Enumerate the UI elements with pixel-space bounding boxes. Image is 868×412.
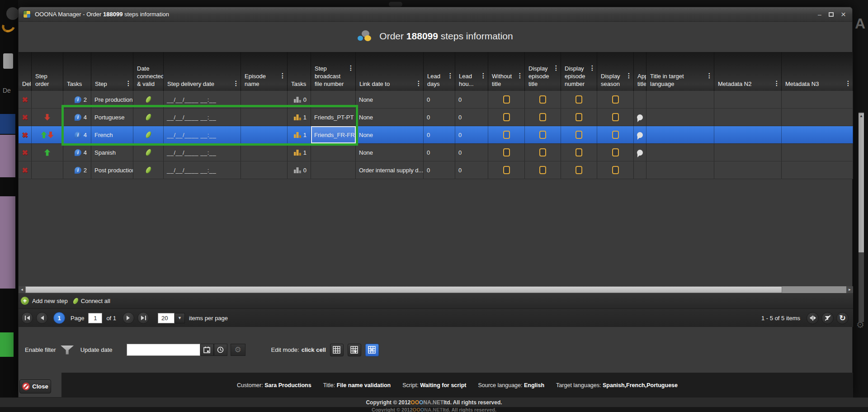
items-per-page-value[interactable]: 20 (158, 313, 175, 323)
clear-filter-button[interactable] (821, 312, 834, 324)
column-menu-icon[interactable]: ⋮ (774, 80, 780, 86)
column-header-disp_ep_num[interactable]: Display episode number⋮ (561, 52, 597, 91)
grid-row-post-production[interactable]: ✖i2Post production__/__/____ __:__0Order… (19, 161, 853, 179)
column-header-title_target[interactable]: Title in target language⋮ (646, 52, 714, 91)
column-header-link[interactable]: Link date to⋮ (356, 52, 424, 91)
cell-lead_days[interactable]: 0 (424, 109, 455, 126)
column-header-meta_n3[interactable]: Metadata N3⋮ (782, 52, 853, 91)
column-menu-icon[interactable]: ⋮ (517, 72, 523, 79)
minimize-button[interactable]: – (818, 11, 821, 18)
cell-link[interactable]: None (356, 126, 424, 143)
cell-disp_ep_num[interactable] (561, 161, 597, 179)
column-header-lead_hours[interactable]: Lead hou...⋮ (455, 52, 488, 91)
checkbox[interactable] (576, 166, 582, 174)
column-menu-icon[interactable]: ⋮ (279, 72, 286, 79)
cell-title_target[interactable] (646, 144, 714, 161)
column-menu-icon[interactable]: ⋮ (348, 65, 354, 71)
settings-gear-icon[interactable]: ⚙ (231, 344, 245, 356)
cell-app_title[interactable] (634, 161, 646, 179)
cell-disp_ep_title[interactable] (525, 109, 561, 126)
checkbox[interactable] (503, 148, 510, 156)
checkbox[interactable] (612, 148, 619, 156)
checkbox[interactable] (503, 166, 510, 174)
edit-mode-row-button[interactable] (348, 344, 361, 356)
clock-button[interactable] (214, 344, 227, 356)
column-header-connected[interactable]: Date connected & valid (133, 52, 164, 91)
cell-disp_season[interactable] (597, 91, 634, 108)
cell-disp_ep_title[interactable] (525, 161, 561, 179)
filter-funnel-icon[interactable] (61, 346, 74, 355)
update-date-label[interactable]: Update date (80, 346, 113, 353)
column-header-disp_season[interactable]: Display season⋮ (597, 52, 634, 91)
cell-meta_n3[interactable] (782, 109, 853, 126)
delete-step-icon[interactable]: ✖ (22, 113, 28, 122)
cell-disp_ep_num[interactable] (561, 126, 597, 143)
cell-without_title[interactable] (488, 161, 525, 179)
cell-meta_n3[interactable] (782, 91, 853, 108)
cell-without_title[interactable] (488, 126, 525, 143)
checkbox[interactable] (612, 95, 619, 104)
cell-tasks2[interactable]: 1 (288, 144, 311, 161)
cell-disp_ep_title[interactable] (525, 91, 561, 108)
checkbox[interactable] (612, 113, 619, 121)
column-header-tasks2[interactable]: Tasks (288, 52, 311, 91)
cell-lead_hours[interactable]: 0 (455, 91, 488, 108)
cell-meta_n3[interactable] (782, 144, 853, 161)
dialog-titlebar[interactable]: OOONA Manager - Order 188099 steps infor… (19, 7, 852, 22)
cell-disp_season[interactable] (597, 126, 634, 143)
cell-title_target[interactable] (646, 91, 714, 108)
cell-order[interactable] (32, 144, 63, 161)
checkbox[interactable] (503, 95, 510, 104)
cell-disp_ep_num[interactable] (561, 109, 597, 126)
cell-tasks[interactable]: i4 (63, 144, 91, 161)
cell-disp_season[interactable] (597, 109, 634, 126)
checkbox[interactable] (503, 113, 510, 121)
checkbox[interactable] (576, 131, 582, 139)
checkbox[interactable] (503, 131, 510, 139)
horizontal-scrollbar-thumb[interactable] (25, 286, 782, 293)
cell-order[interactable] (32, 91, 63, 108)
cell-delete[interactable]: ✖ (19, 109, 32, 126)
cell-episode[interactable] (241, 144, 288, 161)
cell-app_title[interactable] (634, 144, 646, 161)
cell-link[interactable]: None (356, 109, 424, 126)
cell-disp_ep_title[interactable] (525, 144, 561, 161)
edit-mode-grid-button[interactable] (330, 344, 344, 356)
cell-meta_n2[interactable] (714, 144, 782, 161)
cell-meta_n2[interactable] (714, 161, 782, 179)
horizontal-scrollbar[interactable]: ◄ ► (19, 286, 853, 293)
column-menu-icon[interactable]: ⋮ (626, 72, 632, 79)
cell-title_target[interactable] (646, 109, 714, 126)
cell-delete[interactable]: ✖ (19, 144, 32, 161)
column-header-lead_days[interactable]: Lead days⋮ (424, 52, 455, 91)
fit-columns-button[interactable] (807, 312, 819, 324)
page-input[interactable] (88, 313, 102, 323)
cell-episode[interactable] (241, 161, 288, 179)
column-header-tasks[interactable]: Tasks (63, 52, 91, 91)
checkbox[interactable] (539, 113, 546, 121)
cell-connected[interactable] (133, 161, 164, 179)
column-menu-icon[interactable]: ⋮ (553, 65, 559, 71)
cell-meta_n2[interactable] (714, 109, 782, 126)
column-header-delete[interactable]: Dele (19, 52, 32, 91)
cell-meta_n3[interactable] (782, 161, 853, 179)
column-header-step[interactable]: Step⋮ (91, 52, 133, 91)
add-icon[interactable]: + (21, 297, 29, 305)
first-page-button[interactable] (21, 312, 33, 324)
checkbox[interactable] (539, 148, 546, 156)
cell-delivery[interactable]: __/__/____ __:__ (164, 144, 241, 161)
cell-link[interactable]: None (356, 91, 424, 108)
add-new-step-button[interactable]: Add new step (32, 298, 68, 304)
last-page-button[interactable] (137, 312, 149, 324)
checkbox[interactable] (576, 148, 582, 156)
cell-tasks[interactable]: i2 (63, 161, 91, 179)
cell-disp_ep_num[interactable] (561, 144, 597, 161)
cell-title_target[interactable] (646, 126, 714, 143)
cell-disp_ep_num[interactable] (561, 91, 597, 108)
cell-lead_days[interactable]: 0 (424, 91, 455, 108)
cell-app_title[interactable] (634, 91, 646, 108)
cell-order[interactable] (32, 126, 63, 143)
cell-lead_hours[interactable]: 0 (455, 144, 488, 161)
column-menu-icon[interactable]: ⋮ (480, 72, 486, 79)
checkbox[interactable] (612, 131, 619, 139)
